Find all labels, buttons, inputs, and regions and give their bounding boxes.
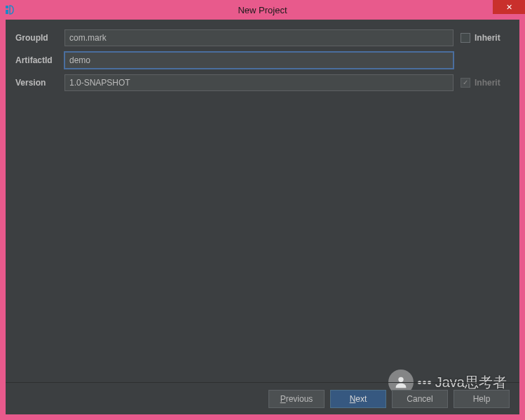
inherit-groupid[interactable]: Inherit xyxy=(461,33,510,43)
inherit-label-version: Inherit xyxy=(475,78,500,88)
label-groupid: GroupId xyxy=(15,33,64,43)
cancel-button[interactable]: Cancel xyxy=(392,390,448,408)
row-groupid: GroupId Inherit xyxy=(15,29,510,46)
titlebar[interactable]: New Project ✕ xyxy=(0,0,525,20)
form-area: GroupId Inherit ArtifactId Version ✓ xyxy=(6,20,519,382)
help-button[interactable]: Help xyxy=(454,390,510,408)
inherit-label-groupid: Inherit xyxy=(475,33,500,43)
app-icon xyxy=(3,3,17,17)
close-button[interactable]: ✕ xyxy=(493,0,525,14)
dialog-body: GroupId Inherit ArtifactId Version ✓ xyxy=(6,20,519,414)
previous-button[interactable]: Previous xyxy=(268,390,325,408)
row-version: Version ✓ Inherit xyxy=(15,74,510,91)
svg-rect-1 xyxy=(6,10,8,14)
checkbox-inherit-version[interactable]: ✓ xyxy=(461,78,470,88)
input-groupid[interactable] xyxy=(64,29,454,46)
next-button[interactable]: Next xyxy=(330,390,386,408)
checkbox-inherit-groupid[interactable] xyxy=(461,33,470,43)
label-artifactid: ArtifactId xyxy=(15,55,64,65)
input-artifactid[interactable] xyxy=(64,52,454,69)
inherit-version[interactable]: ✓ Inherit xyxy=(461,78,510,88)
label-version: Version xyxy=(15,78,64,88)
window-frame: New Project ✕ GroupId Inherit ArtifactId xyxy=(0,0,525,420)
close-icon: ✕ xyxy=(506,3,512,12)
window-title: New Project xyxy=(0,5,525,15)
row-artifactid: ArtifactId xyxy=(15,52,510,69)
svg-rect-0 xyxy=(6,6,8,8)
input-version[interactable] xyxy=(64,74,454,91)
button-bar: Previous Next Cancel Help xyxy=(6,382,519,414)
